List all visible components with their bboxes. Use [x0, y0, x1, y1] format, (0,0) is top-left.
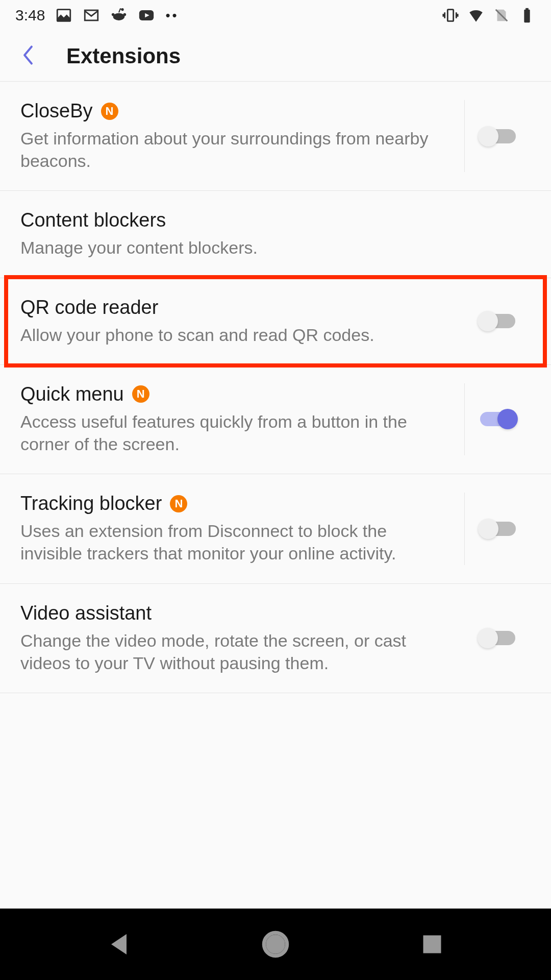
title-row: Video assistant — [20, 602, 449, 624]
item-title: CloseBy — [20, 100, 93, 122]
toggle-area — [464, 602, 531, 674]
video-toggle[interactable] — [480, 631, 515, 645]
tracking-toggle[interactable] — [480, 522, 516, 536]
toggle-area — [464, 100, 531, 172]
svg-point-12 — [268, 937, 283, 952]
item-description: Uses an extension from Disconnect to blo… — [20, 520, 449, 565]
picture-icon — [55, 7, 72, 24]
item-title: Tracking blocker — [20, 493, 162, 514]
item-title: QR code reader — [20, 297, 158, 318]
toggle-area — [464, 383, 531, 455]
svg-point-2 — [113, 13, 125, 20]
item-description: Manage your content blockers. — [20, 236, 515, 259]
qr-toggle[interactable] — [480, 314, 515, 328]
battery-icon — [518, 7, 536, 24]
status-left: 3:48 •• — [15, 7, 179, 24]
title-row: Tracking blocker N — [20, 493, 449, 514]
extension-content-blockers[interactable]: Content blockers Manage your content blo… — [0, 191, 551, 278]
vibrate-icon — [442, 7, 459, 24]
status-time: 3:48 — [15, 7, 45, 24]
recent-nav-icon[interactable] — [417, 929, 447, 960]
list-item-content: Tracking blocker N Uses an extension fro… — [20, 493, 464, 565]
toggle-area — [464, 493, 531, 565]
gmail-icon — [83, 7, 100, 24]
status-bar: 3:48 •• — [0, 0, 551, 31]
svg-point-3 — [112, 13, 115, 16]
title-row: Quick menu N — [20, 383, 449, 405]
item-title: Video assistant — [20, 602, 152, 624]
list-item-content: Video assistant Change the video mode, r… — [20, 602, 464, 674]
list-item-content: QR code reader Allow your phone to scan … — [20, 297, 464, 346]
item-description: Allow your phone to scan and read QR cod… — [20, 324, 449, 346]
item-description: Get information about your surroundings … — [20, 127, 449, 172]
list-item-content: Content blockers Manage your content blo… — [20, 209, 531, 259]
reddit-icon — [110, 7, 128, 24]
page-title: Extensions — [66, 44, 181, 68]
title-row: Content blockers — [20, 209, 515, 231]
new-badge-icon: N — [170, 495, 187, 512]
android-navbar — [0, 909, 551, 980]
extensions-list: CloseBy N Get information about your sur… — [0, 82, 551, 693]
wifi-icon — [467, 7, 485, 24]
quick-menu-toggle[interactable] — [480, 412, 516, 426]
more-icon: •• — [165, 8, 179, 23]
toggle-area — [464, 297, 531, 346]
extension-video-assistant[interactable]: Video assistant Change the video mode, r… — [0, 584, 551, 693]
svg-rect-9 — [524, 10, 530, 22]
extension-qr-reader[interactable]: QR code reader Allow your phone to scan … — [0, 278, 551, 365]
svg-rect-7 — [447, 10, 453, 21]
youtube-icon — [138, 7, 155, 24]
item-title: Quick menu — [20, 383, 124, 405]
item-description: Change the video mode, rotate the screen… — [20, 629, 449, 674]
new-badge-icon: N — [132, 385, 149, 403]
list-item-content: Quick menu N Access useful features quic… — [20, 383, 464, 455]
svg-rect-13 — [423, 936, 441, 953]
back-icon[interactable] — [20, 44, 36, 68]
item-description: Access useful features quickly from a bu… — [20, 410, 449, 455]
back-nav-icon[interactable] — [104, 929, 134, 960]
no-sim-icon — [493, 7, 510, 24]
home-nav-icon[interactable] — [260, 929, 291, 960]
extension-closeby[interactable]: CloseBy N Get information about your sur… — [0, 82, 551, 191]
list-item-content: CloseBy N Get information about your sur… — [20, 100, 464, 172]
svg-point-4 — [123, 13, 127, 16]
svg-rect-10 — [525, 8, 529, 10]
new-badge-icon: N — [101, 103, 118, 120]
extension-quick-menu[interactable]: Quick menu N Access useful features quic… — [0, 365, 551, 474]
closeby-toggle[interactable] — [480, 129, 516, 143]
extension-tracking-blocker[interactable]: Tracking blocker N Uses an extension fro… — [0, 474, 551, 583]
status-right — [442, 7, 536, 24]
app-header: Extensions — [0, 31, 551, 82]
title-row: QR code reader — [20, 297, 449, 318]
item-title: Content blockers — [20, 209, 166, 231]
title-row: CloseBy N — [20, 100, 449, 122]
